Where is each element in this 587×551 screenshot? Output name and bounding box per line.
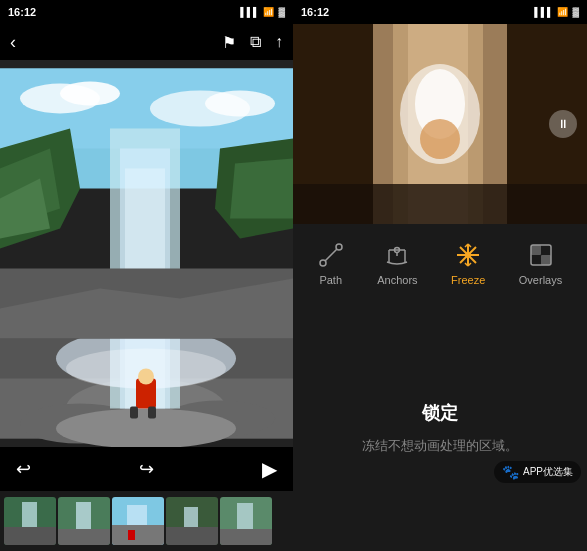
svg-point-3: [60, 82, 120, 106]
tool-overlays[interactable]: Overlays: [519, 242, 562, 286]
right-video-area: ⏸: [293, 24, 587, 224]
back-icon[interactable]: ‹: [10, 32, 16, 53]
info-title: 锁定: [422, 401, 458, 425]
back-area[interactable]: ‹: [10, 32, 16, 53]
share-icon[interactable]: ↑: [275, 33, 283, 51]
timeline-thumb-3[interactable]: [112, 497, 164, 545]
path-label: Path: [319, 274, 342, 286]
wifi-icon: ▌▌▌: [240, 7, 259, 17]
tool-freeze[interactable]: Freeze: [451, 242, 485, 286]
timeline-thumb-1[interactable]: [4, 497, 56, 545]
right-panel: 16:12 ▌▌▌ 📶 ▓: [293, 0, 587, 551]
svg-rect-33: [58, 529, 110, 545]
left-controls: ↩ ↪ ▶: [0, 447, 293, 491]
wifi-icon-r: ▌▌▌: [534, 7, 553, 17]
svg-rect-43: [220, 529, 272, 545]
pause-icon: ⏸: [557, 117, 569, 131]
signal-icon-r: 📶: [557, 7, 568, 17]
left-time: 16:12: [8, 6, 36, 18]
copy-icon[interactable]: ⧉: [250, 33, 261, 51]
overlays-label: Overlays: [519, 274, 562, 286]
svg-point-53: [420, 119, 460, 159]
svg-rect-37: [128, 530, 135, 540]
freeze-icon: [455, 242, 481, 268]
left-toolbar: ‹ ⚑ ⧉ ↑: [0, 24, 293, 60]
left-status-icons: ▌▌▌ 📶 ▓: [240, 7, 285, 17]
battery-icon-r: ▓: [572, 7, 579, 17]
svg-point-66: [465, 252, 471, 258]
flag-icon[interactable]: ⚑: [222, 33, 236, 52]
left-timeline: [0, 491, 293, 551]
svg-rect-25: [148, 407, 156, 419]
svg-rect-54: [293, 184, 587, 224]
svg-rect-40: [166, 527, 218, 545]
battery-icon: ▓: [278, 7, 285, 17]
svg-point-5: [205, 91, 275, 117]
timeline-thumb-5[interactable]: [220, 497, 272, 545]
left-video-area: [0, 60, 293, 447]
overlays-icon: [528, 242, 554, 268]
tools-bar: Path Anchors: [293, 224, 587, 304]
play-button[interactable]: ▶: [262, 457, 277, 481]
freeze-label: Freeze: [451, 274, 485, 286]
svg-point-16: [56, 409, 236, 448]
redo-button[interactable]: ↪: [139, 458, 154, 480]
left-panel: 16:12 ▌▌▌ 📶 ▓ ‹ ⚑ ⧉ ↑: [0, 0, 293, 551]
right-status-icons: ▌▌▌ 📶 ▓: [534, 7, 579, 17]
signal-icon: 📶: [263, 7, 274, 17]
svg-rect-73: [541, 255, 551, 265]
watermark: 🐾 APP优选集: [494, 461, 581, 483]
timeline-thumb-2[interactable]: [58, 497, 110, 545]
left-status-bar: 16:12 ▌▌▌ 📶 ▓: [0, 0, 293, 24]
tool-anchors[interactable]: Anchors: [377, 242, 417, 286]
toolbar-actions: ⚑ ⧉ ↑: [222, 33, 283, 52]
right-time: 16:12: [301, 6, 329, 18]
svg-rect-30: [4, 527, 56, 545]
right-status-bar: 16:12 ▌▌▌ 📶 ▓: [293, 0, 587, 24]
anchors-icon: [384, 242, 410, 268]
svg-rect-24: [130, 407, 138, 419]
watermark-text: APP优选集: [523, 465, 573, 479]
svg-rect-36: [112, 525, 164, 545]
info-description: 冻结不想动画处理的区域。: [362, 437, 518, 455]
svg-rect-72: [531, 245, 541, 255]
tool-path[interactable]: Path: [318, 242, 344, 286]
undo-button[interactable]: ↩: [16, 458, 31, 480]
right-info: 锁定 冻结不想动画处理的区域。: [293, 304, 587, 551]
anchors-label: Anchors: [377, 274, 417, 286]
timeline-thumb-4[interactable]: [166, 497, 218, 545]
svg-point-23: [138, 369, 154, 385]
pause-button[interactable]: ⏸: [549, 110, 577, 138]
path-icon: [318, 242, 344, 268]
svg-marker-10: [230, 159, 293, 219]
